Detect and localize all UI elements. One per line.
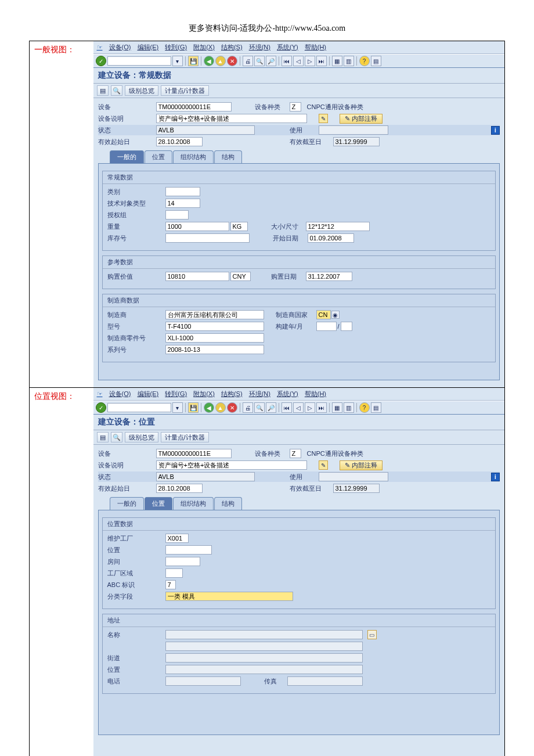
menu-environment[interactable]: 环境(N) — [249, 44, 270, 51]
constr-year-field[interactable] — [316, 322, 337, 331]
acquisition-value-field[interactable] — [165, 272, 229, 281]
menu-equipment[interactable]: 设备(O) — [109, 390, 131, 397]
print-icon[interactable]: 🖨 — [243, 402, 253, 413]
app-btn-1[interactable]: ▤ — [97, 432, 109, 442]
help-icon[interactable]: ? — [359, 402, 370, 413]
app-btn-1[interactable]: ▤ — [97, 85, 109, 96]
find-icon[interactable]: 🔍 — [254, 56, 265, 66]
menu-help[interactable]: 帮助(H) — [305, 390, 326, 397]
menu-edit[interactable]: 编辑(E) — [138, 390, 159, 397]
menu-system[interactable]: 系统(Y) — [277, 390, 298, 397]
plant-section-field[interactable] — [165, 568, 183, 578]
cancel-icon[interactable]: ✕ — [227, 402, 237, 413]
tab-structure[interactable]: 结构 — [214, 150, 242, 163]
maint-plant-field[interactable] — [165, 534, 189, 543]
next-page-icon[interactable]: ▷ — [305, 402, 315, 413]
dropdown-button[interactable]: ▾ — [172, 56, 183, 66]
tab-structure[interactable]: 结构 — [214, 497, 242, 510]
tab-organization[interactable]: 组织结构 — [173, 150, 214, 163]
constr-month-field[interactable] — [341, 322, 352, 331]
save-icon[interactable]: 💾 — [188, 56, 199, 66]
room-field[interactable] — [165, 557, 200, 566]
serial-field[interactable] — [165, 345, 264, 354]
exit-icon[interactable]: ▲ — [215, 402, 226, 413]
find-next-icon[interactable]: 🔎 — [266, 402, 276, 413]
last-page-icon[interactable]: ⏭ — [316, 56, 327, 66]
f4-help-icon[interactable]: ◉ — [331, 311, 340, 319]
edit-description-icon[interactable]: ✎ — [319, 114, 328, 123]
description-field[interactable] — [156, 460, 307, 470]
menu-system[interactable]: 系统(Y) — [277, 44, 298, 51]
location-field[interactable] — [165, 545, 212, 555]
name-field[interactable] — [165, 630, 363, 639]
obj-category-field[interactable] — [165, 187, 200, 196]
shortcut-icon[interactable]: ▥ — [344, 402, 354, 413]
enter-button[interactable]: ✓ — [96, 56, 106, 66]
menu-extras[interactable]: 附加(X) — [193, 44, 215, 51]
print-icon[interactable]: 🖨 — [243, 56, 253, 66]
inventory-field[interactable] — [165, 233, 250, 243]
tab-location[interactable]: 位置 — [145, 150, 172, 163]
weight-unit-field[interactable] — [230, 222, 248, 231]
menu-structure[interactable]: 结构(S) — [221, 390, 243, 397]
tab-general[interactable]: 一般的 — [110, 150, 144, 163]
exit-icon[interactable]: ▲ — [215, 56, 226, 66]
menu-goto[interactable]: 转到(G) — [165, 44, 187, 51]
menu-help[interactable]: 帮助(H) — [305, 44, 326, 51]
edit-description-icon[interactable]: ✎ — [319, 460, 328, 470]
menu-environment[interactable]: 环境(N) — [249, 390, 270, 397]
shortcut-icon[interactable]: ▥ — [344, 56, 354, 66]
app-btn-2[interactable]: 🔍 — [111, 432, 122, 442]
first-page-icon[interactable]: ⏮ — [282, 402, 292, 413]
internal-notes-button[interactable]: ✎ 内部注释 — [340, 114, 383, 124]
save-icon[interactable]: 💾 — [188, 402, 199, 413]
menu-goto[interactable]: 转到(G) — [165, 390, 187, 397]
command-field[interactable] — [107, 56, 171, 66]
equipment-field[interactable] — [156, 449, 232, 458]
size-field[interactable] — [306, 222, 370, 231]
menu-structure[interactable]: 结构(S) — [221, 44, 243, 51]
menu-extras[interactable]: 附加(X) — [193, 390, 215, 397]
valid-from-field[interactable] — [156, 137, 203, 146]
category-field[interactable] — [290, 449, 301, 458]
acquisition-date-field[interactable] — [306, 272, 352, 281]
first-page-icon[interactable]: ⏮ — [282, 56, 292, 66]
object-type-field[interactable] — [165, 199, 200, 208]
command-field[interactable] — [107, 403, 171, 412]
internal-notes-button[interactable]: ✎ 内部注释 — [340, 460, 383, 470]
weight-field[interactable] — [165, 222, 229, 231]
loc2-field[interactable] — [165, 665, 363, 674]
menu-icon[interactable]: ☞ — [97, 390, 103, 397]
class-overview-button[interactable]: 级别总览 — [125, 85, 158, 96]
currency-field[interactable] — [230, 272, 251, 281]
abc-field[interactable] — [165, 580, 176, 589]
manufacturer-field[interactable] — [165, 310, 264, 319]
cancel-icon[interactable]: ✕ — [227, 56, 237, 66]
tab-organization[interactable]: 组织结构 — [173, 497, 214, 510]
menu-equipment[interactable]: 设备(O) — [109, 44, 131, 51]
description-field[interactable] — [156, 114, 307, 123]
measuring-points-button[interactable]: 计量点/计数器 — [161, 85, 209, 96]
name2-field[interactable] — [165, 642, 363, 651]
back-icon[interactable]: ◀ — [204, 402, 214, 413]
auth-group-field[interactable] — [165, 210, 189, 219]
find-icon[interactable]: 🔍 — [254, 402, 265, 413]
prev-page-icon[interactable]: ◁ — [293, 402, 304, 413]
back-icon[interactable]: ◀ — [204, 56, 214, 66]
valid-from-field[interactable] — [156, 484, 203, 493]
new-session-icon[interactable]: ▦ — [332, 56, 342, 66]
tab-general[interactable]: 一般的 — [110, 497, 144, 510]
menu-edit[interactable]: 编辑(E) — [138, 44, 159, 51]
category-field[interactable] — [290, 102, 301, 111]
street-field[interactable] — [165, 653, 363, 663]
info-icon[interactable]: i — [491, 126, 500, 135]
measuring-points-button[interactable]: 计量点/计数器 — [161, 432, 209, 442]
class-overview-button[interactable]: 级别总览 — [125, 432, 158, 442]
equipment-field[interactable] — [156, 102, 232, 111]
app-btn-2[interactable]: 🔍 — [111, 85, 122, 96]
fax-field[interactable] — [287, 676, 363, 686]
dropdown-button[interactable]: ▾ — [172, 402, 183, 413]
address-details-icon[interactable]: ▭ — [367, 630, 377, 639]
help-icon[interactable]: ? — [359, 56, 370, 66]
model-field[interactable] — [165, 322, 264, 331]
